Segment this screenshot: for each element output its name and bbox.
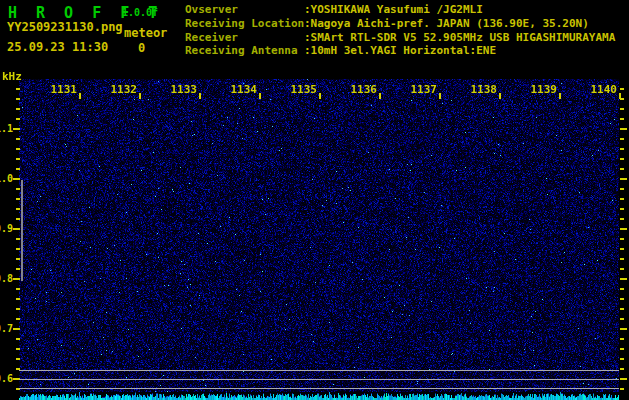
time-axis-label: 1131 — [51, 83, 78, 96]
time-axis-tick — [259, 93, 261, 99]
time-axis-tick — [139, 93, 141, 99]
time-axis-label: 1140 — [591, 83, 618, 96]
frequency-axis-minor-tick — [16, 358, 20, 360]
frequency-axis-tick — [13, 228, 20, 230]
app-version: 1.0.0f — [122, 7, 158, 18]
station-info-label: Receiving Antenna — [185, 44, 304, 58]
station-info-value: :SMArt RTL-SDR V5 52.905MHz USB HIGASHIM… — [304, 31, 615, 44]
frequency-axis-minor-tick — [16, 338, 20, 340]
station-info-row: Ovserver:YOSHIKAWA Yasufumi /JG2MLI — [185, 3, 615, 17]
frequency-axis-minor-tick — [620, 148, 624, 150]
frequency-axis-minor-tick — [620, 368, 624, 370]
time-axis-label: 1138 — [471, 83, 498, 96]
meteor-count: 0 — [138, 41, 145, 55]
frequency-axis-minor-tick — [620, 168, 624, 170]
frequency-axis-label: 0.9 — [0, 223, 13, 234]
frequency-axis-minor-tick — [16, 298, 20, 300]
frequency-axis-minor-tick — [620, 248, 624, 250]
frequency-axis-minor-tick — [16, 318, 20, 320]
frequency-axis-tick — [620, 128, 627, 130]
frequency-axis-minor-tick — [620, 308, 624, 310]
frequency-axis-minor-tick — [620, 98, 624, 100]
time-axis-tick — [319, 93, 321, 99]
time-axis-tick — [559, 93, 561, 99]
time-axis-label: 1134 — [231, 83, 258, 96]
frequency-axis-minor-tick — [620, 138, 624, 140]
frequency-axis-minor-tick — [620, 388, 624, 390]
output-filename: YY2509231130.png — [7, 20, 123, 34]
mode-label: meteor — [124, 26, 167, 40]
level-meter-canvas — [19, 392, 619, 400]
time-axis-label: 1139 — [531, 83, 558, 96]
frequency-axis-minor-tick — [16, 288, 20, 290]
frequency-axis-minor-tick — [16, 168, 20, 170]
frequency-axis-minor-tick — [16, 108, 20, 110]
time-axis-label: 1133 — [171, 83, 198, 96]
frequency-axis-tick — [13, 128, 20, 130]
frequency-axis-minor-tick — [620, 88, 624, 90]
frequency-axis-tick — [620, 378, 627, 380]
time-axis-label: 1135 — [291, 83, 318, 96]
frequency-axis-minor-tick — [16, 138, 20, 140]
station-info-row: Receiving Location:Nagoya Aichi-pref. JA… — [185, 17, 615, 31]
time-axis-tick — [79, 93, 81, 99]
frequency-axis-minor-tick — [620, 158, 624, 160]
frequency-axis-tick — [13, 278, 20, 280]
reference-line — [19, 370, 619, 371]
time-axis-label: 1137 — [411, 83, 438, 96]
frequency-axis-minor-tick — [16, 248, 20, 250]
frequency-axis-minor-tick — [620, 298, 624, 300]
frequency-axis-label: 1.1 — [0, 123, 13, 134]
station-info-label: Ovserver — [185, 3, 304, 17]
frequency-axis-tick — [13, 328, 20, 330]
frequency-axis-minor-tick — [16, 218, 20, 220]
frequency-axis-minor-tick — [620, 108, 624, 110]
frequency-axis-tick — [620, 228, 627, 230]
frequency-axis-minor-tick — [620, 188, 624, 190]
time-axis-label: 1132 — [111, 83, 138, 96]
station-info-value: :YOSHIKAWA Yasufumi /JG2MLI — [304, 3, 483, 16]
frequency-axis-minor-tick — [620, 218, 624, 220]
time-axis-label: 1136 — [351, 83, 378, 96]
frequency-axis-minor-tick — [16, 208, 20, 210]
frequency-axis-minor-tick — [16, 148, 20, 150]
start-marker-line — [21, 180, 23, 281]
frequency-axis-minor-tick — [620, 268, 624, 270]
time-axis-tick — [439, 93, 441, 99]
frequency-axis-minor-tick — [16, 118, 20, 120]
frequency-axis-minor-tick — [620, 118, 624, 120]
station-info-label: Receiving Location — [185, 17, 304, 31]
time-axis-tick — [199, 93, 201, 99]
frequency-axis-minor-tick — [620, 198, 624, 200]
record-datetime: 25.09.23 11:30 — [7, 40, 108, 54]
time-axis-tick — [379, 93, 381, 99]
frequency-axis-label: 0.6 — [0, 373, 13, 384]
frequency-axis-tick — [620, 278, 627, 280]
reference-line — [19, 388, 619, 389]
frequency-axis-minor-tick — [16, 348, 20, 350]
station-info-row: Receiving Antenna:10mH 3el.YAGI Horizont… — [185, 44, 615, 58]
frequency-axis-unit: kHz — [2, 70, 22, 83]
station-info-row: Receiver:SMArt RTL-SDR V5 52.905MHz USB … — [185, 31, 615, 45]
frequency-axis-minor-tick — [620, 338, 624, 340]
frequency-axis-minor-tick — [16, 308, 20, 310]
frequency-axis-minor-tick — [620, 238, 624, 240]
frequency-axis-minor-tick — [16, 258, 20, 260]
frequency-axis-tick — [620, 328, 627, 330]
frequency-axis-minor-tick — [16, 98, 20, 100]
frequency-axis-minor-tick — [16, 188, 20, 190]
frequency-axis-minor-tick — [16, 158, 20, 160]
spectrogram-canvas — [19, 79, 619, 392]
frequency-axis-minor-tick — [620, 288, 624, 290]
station-info-value: :10mH 3el.YAGI Horizontal:ENE — [304, 44, 496, 57]
station-info-block: Ovserver:YOSHIKAWA Yasufumi /JG2MLIRecei… — [185, 3, 615, 58]
station-info-value: :Nagoya Aichi-pref. JAPAN (136.90E, 35.2… — [304, 17, 589, 30]
frequency-axis-tick — [13, 178, 20, 180]
reference-line — [19, 379, 619, 380]
frequency-axis-label: 1.0 — [0, 173, 13, 184]
frequency-axis-minor-tick — [16, 88, 20, 90]
time-axis-tick — [499, 93, 501, 99]
station-info-label: Receiver — [185, 31, 304, 45]
frequency-axis-minor-tick — [620, 318, 624, 320]
frequency-axis-label: 0.8 — [0, 273, 13, 284]
